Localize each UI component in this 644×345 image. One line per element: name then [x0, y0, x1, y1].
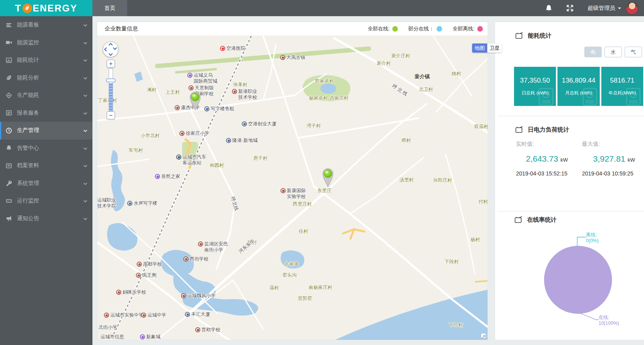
- map-place-label: 双庙村: [474, 124, 488, 130]
- energy-tab-水[interactable]: 水: [604, 47, 622, 57]
- map-label-text: 张孝村: [233, 82, 247, 88]
- map-marker-pin[interactable]: [321, 167, 335, 188]
- sidebar-item-能耗统计[interactable]: 能耗统计: [0, 51, 92, 69]
- map-place-label: 吉家庄村: [330, 95, 348, 101]
- max-timestamp: 2019-04-03 10:59:25: [582, 170, 635, 177]
- sidebar-item-能源监控[interactable]: 能源监控: [0, 34, 92, 52]
- sidebar-item-能耗分析[interactable]: 能耗分析: [0, 69, 92, 87]
- map-card-title: 企业数量信息: [105, 25, 138, 32]
- sidebar-item-label: 报表服务: [17, 109, 39, 117]
- map-label-text: 营郭窑: [298, 296, 312, 302]
- map-label-text: 居然之家: [161, 173, 180, 179]
- map-label-text: 吉家庄村: [330, 95, 348, 101]
- map-poi-label: 丰汇大厦: [185, 311, 210, 317]
- shopping-icon: [140, 334, 145, 339]
- map-label-text: 军屯村: [129, 147, 143, 153]
- divider: [497, 211, 644, 211]
- stat-value: 5816.71: [610, 77, 634, 85]
- clipboard-pen-icon: [515, 32, 523, 40]
- stat-value: 136,809.44: [562, 77, 595, 85]
- map-poi-label: 徐家庄小学: [179, 130, 209, 136]
- school-icon: [188, 85, 194, 90]
- user-menu[interactable]: 超级管理员: [588, 5, 621, 12]
- zoom-slider-handle[interactable]: [106, 79, 115, 82]
- map-place-label: 兴郎庄村: [433, 177, 452, 183]
- chevron-down-icon: [83, 75, 88, 80]
- map-label-text: 双庙村: [474, 124, 488, 130]
- map-type-satellite-button[interactable]: 卫星: [487, 43, 502, 53]
- bell-icon: [6, 145, 12, 151]
- map-label-text: 写字楼售租: [211, 106, 234, 112]
- map-resize-handle[interactable]: [481, 333, 486, 338]
- energy-type-tabs: 电水气: [584, 47, 642, 57]
- energy-tab-电[interactable]: 电: [584, 47, 602, 57]
- map-label-text: 运城中学: [147, 312, 166, 318]
- shopping-icon: [155, 174, 160, 179]
- sidebar-item-运行监控[interactable]: 运行监控: [0, 192, 92, 210]
- zoom-in-button[interactable]: +: [107, 60, 115, 68]
- sidebar-item-label: 档案资料: [17, 162, 39, 169]
- sidebar-item-label: 生产能耗: [17, 92, 39, 99]
- map-poi-label: 水岸写字楼: [127, 200, 157, 206]
- sidebar-item-报表服务[interactable]: 报表服务: [0, 104, 92, 122]
- chart-icon: [6, 57, 12, 64]
- online-rate-pie[interactable]: [544, 246, 612, 314]
- school-icon: [183, 256, 188, 262]
- sidebar-item-生产能耗[interactable]: 生产能耗: [0, 87, 92, 104]
- map-label-text: 汤里村: [399, 177, 414, 183]
- sidebar-item-系统管理[interactable]: 系统管理: [0, 175, 92, 192]
- target-icon: [6, 92, 12, 99]
- sidebar-item-档案资料[interactable]: 档案资料: [0, 157, 92, 175]
- map-label-text: 运城市实验中学: [110, 312, 143, 318]
- map-label-text: 运城魏风小学: [187, 293, 216, 299]
- realtime-timestamp: 2019-04-03 15:52:15: [516, 170, 568, 177]
- map-pan-control[interactable]: [103, 41, 119, 57]
- sidebar-item-label: 能源看板: [17, 21, 39, 28]
- map-label-text: 隆港·新地城: [232, 138, 258, 143]
- load-section-title: 日电力负荷统计: [528, 126, 569, 134]
- map-place-label: 军屯村: [129, 147, 143, 153]
- sidebar-item-告警中心[interactable]: 告警中心: [0, 140, 92, 157]
- temple-icon: [136, 273, 141, 278]
- map-poi-label: 运城市汽车客运东站: [176, 154, 206, 166]
- map-canvas[interactable]: + − 空港医院大禹古镇裴介庄村裴介村姚村裴介镇北卫村运城义乌国际商贸城天意制版…: [97, 36, 488, 340]
- avatar[interactable]: [626, 2, 638, 15]
- map-place-label: 运城市信息工程学校: [100, 334, 124, 340]
- zoom-out-button[interactable]: −: [107, 111, 115, 119]
- map-label-text: 小市北村: [141, 133, 160, 139]
- map-card-header: 企业数量信息 全部在线:部分在线：全部离线:: [97, 22, 488, 36]
- chevron-down-icon: [83, 93, 88, 98]
- map-marker-pin[interactable]: [188, 90, 202, 111]
- building-icon: [242, 121, 247, 126]
- map-place-label: 上王村: [166, 89, 180, 95]
- fullscreen-icon[interactable]: [566, 4, 574, 12]
- map-place-label: 裴介镇: [414, 74, 430, 79]
- notification-bell-icon[interactable]: [545, 4, 553, 12]
- sidebar-item-生产管理[interactable]: 生产管理: [0, 122, 92, 140]
- map-type-map-button[interactable]: 地图: [472, 43, 487, 53]
- map-place-label: 南杨家庄村: [309, 285, 332, 290]
- map-label-text: 滩村: [147, 87, 156, 93]
- energy-section-header: 能耗统计: [515, 32, 552, 40]
- map-label-text: 裴介村: [377, 60, 391, 66]
- map-place-label: 丁家卓村: [98, 98, 117, 104]
- sidebar-item-label: 能源监控: [17, 39, 39, 46]
- map-poi-label: 运城市实验中学: [104, 312, 143, 318]
- zoom-slider-track[interactable]: [109, 68, 113, 111]
- tab-home[interactable]: 首页: [92, 0, 127, 16]
- energy-tab-气[interactable]: 气: [625, 47, 642, 57]
- sidebar-item-通知公告[interactable]: 通知公告: [0, 210, 92, 228]
- map-poi-label: 妈咪乐学校: [116, 289, 146, 295]
- tab-home-label: 首页: [104, 5, 115, 12]
- map-place-label: 窑头沟: [282, 272, 297, 278]
- map-label-text: 东里庄: [317, 188, 331, 194]
- map-poi-label: 大禹古镇: [280, 55, 305, 60]
- chevron-down-icon: [618, 8, 621, 11]
- chevron-down-icon: [83, 128, 88, 133]
- legend-dot: [392, 26, 398, 32]
- map-label-text: 庙村: [269, 285, 279, 291]
- chevron-down-icon: [83, 198, 88, 203]
- chevron-down-icon: [83, 163, 88, 168]
- sidebar-item-能源看板[interactable]: 能源看板: [0, 16, 92, 34]
- chevron-down-icon: [83, 146, 88, 151]
